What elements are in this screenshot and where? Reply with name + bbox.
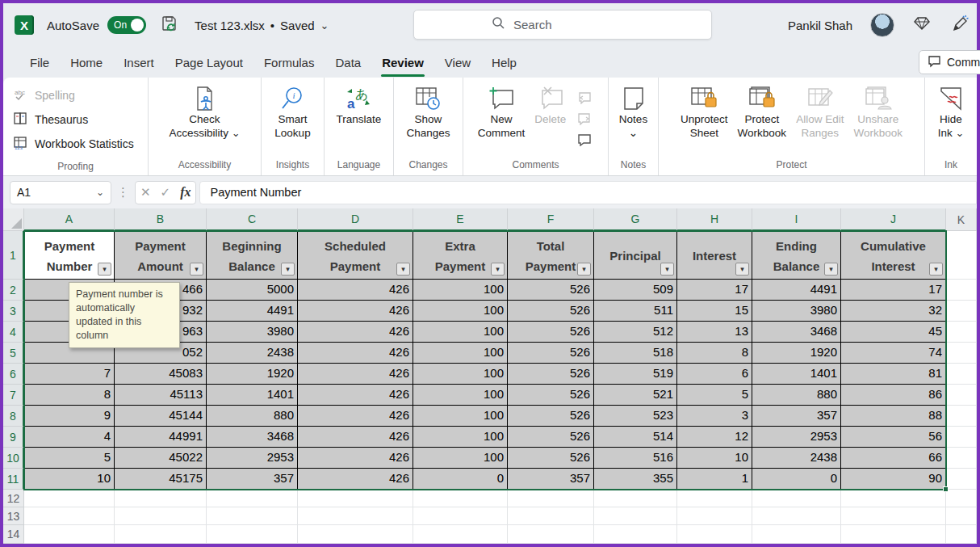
user-name[interactable]: Pankil Shah: [788, 19, 852, 32]
workbook-statistics-button[interactable]: 123 Workbook Statistics: [10, 133, 141, 155]
cell-F10[interactable]: 526: [508, 448, 594, 469]
cell-G9[interactable]: 514: [594, 427, 677, 448]
column-header-K[interactable]: K: [946, 208, 977, 231]
row-header-1[interactable]: 1: [3, 231, 24, 280]
cell-K8[interactable]: [946, 406, 977, 427]
cell-A12[interactable]: [24, 490, 115, 507]
autosave-toggle[interactable]: On: [107, 16, 146, 34]
column-header-G[interactable]: G: [594, 208, 677, 231]
column-header-A[interactable]: A: [24, 208, 115, 231]
cell-H9[interactable]: 12: [677, 427, 752, 448]
cell-I2[interactable]: 4491: [752, 280, 841, 301]
show-comments-icon[interactable]: [576, 132, 593, 148]
column-header-B[interactable]: B: [115, 208, 207, 231]
translate-button[interactable]: あa Translate: [332, 81, 387, 157]
column-header-I[interactable]: I: [752, 208, 841, 231]
comments-button[interactable]: Comments: [919, 50, 980, 74]
check-accessibility-button[interactable]: Check Accessibility ⌄: [164, 81, 245, 157]
cell-J3[interactable]: 32: [841, 301, 946, 322]
cell-B6[interactable]: 45083: [115, 364, 207, 385]
tab-data[interactable]: Data: [325, 49, 371, 76]
cell-H1[interactable]: Interest▾: [677, 231, 752, 280]
cell-H5[interactable]: 8: [677, 343, 752, 364]
cell-F8[interactable]: 526: [508, 406, 594, 427]
cell-H8[interactable]: 3: [677, 406, 752, 427]
worksheet-grid[interactable]: ABCDEFGHIJK1234567891011121314PaymentNum…: [3, 208, 977, 544]
cell-I6[interactable]: 1401: [752, 364, 841, 385]
cell-G10[interactable]: 516: [594, 448, 677, 469]
cell-F13[interactable]: [508, 507, 594, 525]
cell-C9[interactable]: 3468: [207, 427, 298, 448]
hide-ink-button[interactable]: Hide Ink ⌄: [933, 81, 970, 157]
notes-button[interactable]: Notes ⌄: [614, 81, 652, 157]
cell-J12[interactable]: [841, 490, 946, 507]
filter-dropdown-F[interactable]: ▾: [577, 263, 591, 276]
cell-E1[interactable]: ExtraPayment▾: [413, 231, 508, 280]
cell-C3[interactable]: 4491: [207, 301, 298, 322]
column-header-D[interactable]: D: [298, 208, 413, 231]
filter-dropdown-E[interactable]: ▾: [491, 263, 505, 276]
column-header-J[interactable]: J: [841, 208, 946, 231]
cell-H2[interactable]: 17: [677, 280, 752, 301]
cell-G4[interactable]: 512: [594, 322, 677, 343]
tab-view[interactable]: View: [434, 49, 481, 76]
cell-F4[interactable]: 526: [508, 322, 594, 343]
cell-D14[interactable]: [298, 525, 413, 544]
whats-new-pen-icon[interactable]: [949, 14, 969, 36]
cell-A8[interactable]: 9: [24, 406, 115, 427]
cell-A14[interactable]: [24, 525, 115, 544]
cell-D9[interactable]: 426: [298, 427, 413, 448]
cell-B11[interactable]: 45175: [115, 469, 207, 490]
cell-I13[interactable]: [752, 507, 841, 525]
cell-A7[interactable]: 8: [24, 385, 115, 406]
premium-diamond-icon[interactable]: [912, 14, 932, 36]
row-header-9[interactable]: 9: [3, 427, 24, 448]
filter-dropdown-A[interactable]: ▾: [98, 263, 111, 276]
cell-I3[interactable]: 3980: [752, 301, 841, 322]
cell-A13[interactable]: [24, 507, 115, 525]
cell-E11[interactable]: 0: [413, 469, 508, 490]
cell-I5[interactable]: 1920: [752, 343, 841, 364]
cell-B1[interactable]: PaymentAmount▾: [115, 231, 207, 280]
protect-workbook-button[interactable]: Protect Workbook: [733, 81, 792, 157]
cell-E9[interactable]: 100: [413, 427, 508, 448]
cell-E8[interactable]: 100: [413, 406, 508, 427]
cell-F9[interactable]: 526: [508, 427, 594, 448]
smart-lookup-button[interactable]: i Smart Lookup: [270, 81, 315, 157]
cell-J4[interactable]: 45: [841, 322, 946, 343]
document-title[interactable]: Test 123.xlsx: [195, 19, 265, 32]
tab-formulas[interactable]: Formulas: [253, 49, 325, 76]
cell-G12[interactable]: [594, 490, 677, 507]
filter-dropdown-H[interactable]: ▾: [735, 263, 749, 276]
filter-dropdown-B[interactable]: ▾: [190, 263, 203, 276]
cell-F7[interactable]: 526: [508, 385, 594, 406]
cell-J10[interactable]: 66: [841, 448, 946, 469]
tab-page-layout[interactable]: Page Layout: [165, 49, 253, 76]
cell-K12[interactable]: [946, 490, 977, 507]
cell-H7[interactable]: 5: [677, 385, 752, 406]
thesaurus-button[interactable]: Thesaurus: [10, 108, 141, 131]
cell-K3[interactable]: [946, 301, 977, 322]
cell-B13[interactable]: [115, 507, 207, 525]
cell-C1[interactable]: BeginningBalance▾: [207, 231, 298, 280]
cell-G6[interactable]: 519: [594, 364, 677, 385]
cell-D13[interactable]: [298, 507, 413, 525]
name-box[interactable]: A1 ⌄: [10, 181, 111, 204]
cell-I8[interactable]: 357: [752, 406, 841, 427]
selection-fill-handle[interactable]: [943, 486, 949, 492]
filter-dropdown-I[interactable]: ▾: [824, 263, 838, 276]
row-header-5[interactable]: 5: [3, 343, 24, 364]
cell-F6[interactable]: 526: [508, 364, 594, 385]
cell-J8[interactable]: 88: [841, 406, 946, 427]
enter-check-icon[interactable]: ✓: [161, 185, 171, 200]
tab-home[interactable]: Home: [60, 49, 113, 76]
cell-C6[interactable]: 1920: [207, 364, 298, 385]
cell-G1[interactable]: Principal▾: [594, 231, 677, 280]
cell-A10[interactable]: 5: [24, 448, 115, 469]
cell-E13[interactable]: [413, 507, 508, 525]
cell-H4[interactable]: 13: [677, 322, 752, 343]
excel-app-icon[interactable]: X: [15, 15, 34, 35]
row-header-3[interactable]: 3: [3, 301, 24, 322]
cell-G7[interactable]: 521: [594, 385, 677, 406]
cell-E12[interactable]: [413, 490, 508, 507]
